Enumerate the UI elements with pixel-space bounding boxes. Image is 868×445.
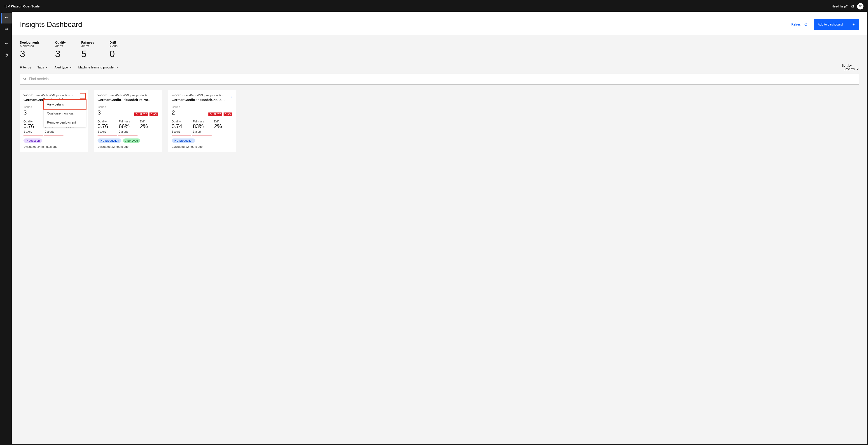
metric-label: Quality (97, 120, 113, 123)
risk-segment (64, 136, 84, 136)
search-bar[interactable] (20, 73, 859, 85)
deployment-card[interactable]: WOS ExpressPath WML production bindi…Ger… (20, 90, 88, 152)
env-tags: Pre-productionApproved (97, 139, 158, 143)
risk-segment (172, 136, 191, 136)
brand: IBM Watson OpenScale (4, 4, 39, 8)
card-binding: WOS ExpressPath WML production bindi… (24, 93, 84, 97)
metric-quality: Quality0.741 alert (172, 120, 187, 133)
deployment-card[interactable]: WOS ExpressPath WML pre_production …Germ… (168, 90, 236, 152)
nav-item-insights[interactable] (1, 13, 12, 24)
chevron-down-icon (116, 66, 119, 69)
metric-sub: 2 alerts (119, 130, 134, 133)
refresh-icon (804, 23, 808, 26)
dd-label: Alert type (55, 65, 68, 69)
chat-icon[interactable] (850, 4, 855, 8)
nav-item-tickets[interactable] (1, 24, 12, 34)
page-title: Insights Dashboard (20, 20, 82, 29)
search-input[interactable] (29, 77, 856, 81)
alert-pills: QUALITYBIAS (209, 113, 232, 116)
evaluated-text: Evaluated 22 hours ago (172, 145, 232, 148)
stat-value: 0 (110, 49, 118, 59)
alert-pill: QUALITY (209, 113, 222, 116)
metric-sub: 1 alert (193, 130, 209, 133)
refresh-button[interactable]: Refresh (791, 23, 808, 26)
risk-bar (172, 136, 232, 136)
stat-value: 3 (55, 49, 66, 59)
nav-item-help[interactable] (1, 50, 12, 61)
kebab-icon (157, 95, 157, 97)
svg-rect-1 (851, 6, 854, 7)
metric-fairness: Fairness66%2 alerts (119, 120, 134, 133)
menu-view-details[interactable]: View details (44, 100, 86, 109)
filter-alert-type-dropdown[interactable]: Alert type (55, 65, 72, 69)
add-to-dashboard-button[interactable]: Add to dashboard ＋ (814, 19, 859, 30)
stat-value: 3 (20, 49, 40, 59)
metric-label: Drift (140, 120, 156, 123)
alert-pills: QUALITYBIAS (134, 113, 158, 116)
env-tag: Production (24, 139, 42, 143)
card-binding: WOS ExpressPath WML pre_production … (97, 93, 158, 97)
avatar[interactable]: SD (857, 3, 864, 9)
card-model-name: GermanCreditRiskModelChalleng… (172, 98, 232, 102)
metric-sub: 1 alert (24, 130, 39, 133)
search-icon (23, 77, 27, 81)
stat-sub: Alerts (110, 44, 118, 48)
add-label: Add to dashboard (818, 23, 843, 26)
brand-suffix: Watson OpenScale (11, 4, 39, 8)
env-tags: Pre-production (172, 139, 232, 143)
stat-value: 5 (81, 49, 94, 59)
card-overflow-menu-button[interactable] (228, 93, 234, 98)
dd-label: Severity (843, 67, 855, 71)
metric-value: 2% (140, 123, 156, 129)
metric-sub: 1 alert (172, 130, 187, 133)
filter-provider-dropdown[interactable]: Machine learning provider (79, 65, 119, 69)
need-help-label[interactable]: Need help? (831, 4, 848, 8)
evaluated-text: Evaluated 22 hours ago (97, 145, 158, 148)
alert-pill: BIAS (223, 113, 232, 116)
issues-count: 3 (24, 109, 32, 116)
risk-segment (44, 136, 64, 136)
risk-segment (97, 136, 117, 136)
metric-label: Fairness (193, 120, 209, 123)
menu-remove-deployment[interactable]: Remove deployment (44, 118, 86, 127)
env-tags: Production (24, 139, 84, 143)
sort-by-label: Sort by (842, 64, 851, 67)
avatar-initials: SD (859, 5, 862, 8)
metric-quality: Quality0.761 alert (97, 120, 113, 133)
card-overflow-menu-button[interactable] (81, 93, 85, 98)
issues-count: 3 (97, 109, 106, 116)
issues-row: Issues3QUALITYBIAS (97, 105, 158, 116)
metric-drift: Drift2% (214, 120, 230, 133)
metric-sub: 2 alerts (45, 130, 61, 133)
metric-label: Quality (172, 120, 187, 123)
filter-tags-dropdown[interactable]: Tags (37, 65, 48, 69)
stat-quality: Quality Alerts 3 (55, 41, 66, 59)
menu-configure-monitors[interactable]: Configure monitors (44, 109, 86, 118)
nav-item-settings[interactable] (1, 39, 12, 50)
alert-pill: QUALITY (134, 113, 148, 116)
issues-label: Issues (97, 105, 106, 109)
metric-label: Fairness (119, 120, 134, 123)
kebab-icon (83, 95, 83, 97)
filter-by-label: Filter by (20, 65, 31, 69)
sort-dropdown[interactable]: Severity (843, 67, 859, 71)
brand-prefix: IBM (4, 4, 11, 8)
card-model-name: GermanCreditRiskModelPreProdI… (97, 98, 158, 102)
svg-rect-0 (851, 5, 854, 7)
stat-sub: Monitored (20, 44, 40, 48)
stat-fairness: Fairness Alerts 5 (81, 41, 94, 59)
dd-label: Tags (37, 65, 44, 69)
metric-value: 0.74 (172, 123, 187, 129)
stat-sub: Alerts (55, 44, 66, 48)
stat-sub: Alerts (81, 44, 94, 48)
env-tag: Pre-production (172, 139, 195, 143)
metric-label: Drift (214, 120, 230, 123)
dd-label: Machine learning provider (79, 65, 115, 69)
top-bar: IBM Watson OpenScale Need help? SD (1, 1, 867, 12)
env-tag: Pre-production (97, 139, 121, 143)
issues-count: 2 (172, 109, 180, 116)
chevron-down-icon (69, 66, 72, 69)
deployment-card[interactable]: WOS ExpressPath WML pre_production …Germ… (94, 90, 162, 152)
card-overflow-menu-button[interactable] (154, 93, 159, 98)
plus-icon: ＋ (852, 22, 855, 27)
